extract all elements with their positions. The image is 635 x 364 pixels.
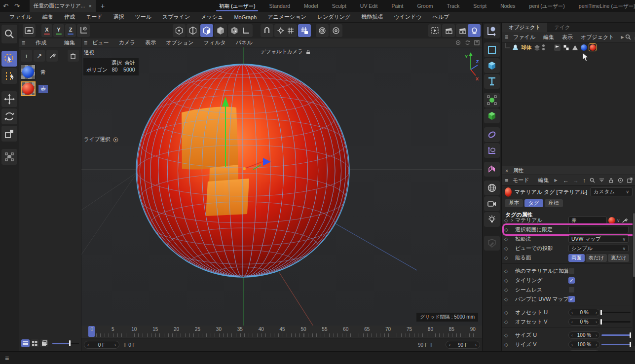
- layout-tab-Model[interactable]: Model: [297, 0, 325, 12]
- new-document-tab-button[interactable]: +: [96, 2, 110, 10]
- sphere-object-icon[interactable]: [512, 44, 519, 51]
- spin-decrement-icon[interactable]: ‹: [571, 333, 573, 338]
- current-frame-spinner[interactable]: ‹ 0 F ›: [84, 341, 119, 349]
- range-end-marker[interactable]: 90 F‖: [418, 342, 432, 348]
- material-tag-red-icon[interactable]: [589, 44, 596, 51]
- camera-label[interactable]: デフォルトカメラ: [261, 48, 311, 55]
- attr-tab-基本[interactable]: 基本: [505, 199, 523, 207]
- slider-オフセット U[interactable]: [601, 309, 631, 316]
- quantize-grid-lock-icon[interactable]: [298, 24, 311, 37]
- add-material-button[interactable]: +: [21, 50, 32, 62]
- attr-menu-モード[interactable]: モード: [508, 177, 534, 184]
- parameter-diamond-icon[interactable]: ◇: [504, 342, 511, 347]
- checkbox-他のマテリアルに加算[interactable]: [568, 268, 575, 274]
- interactive-render-icon[interactable]: [468, 24, 481, 37]
- scale-tool-button[interactable]: [1, 126, 17, 142]
- checkbox-タイリング[interactable]: ✓: [568, 277, 575, 284]
- material-link-field[interactable]: 赤: [568, 217, 607, 224]
- spinner-サイズ V[interactable]: ‹100 %›: [568, 341, 600, 348]
- cube-primitive-icon[interactable]: [484, 58, 500, 73]
- close-tab-icon[interactable]: ×: [89, 3, 92, 9]
- om-tab-オブジェクト[interactable]: オブジェクト: [502, 23, 547, 32]
- viewport-maximize-icon[interactable]: [474, 40, 480, 45]
- frame-increment-icon[interactable]: ›: [114, 342, 116, 348]
- layout-tab-Standard[interactable]: Standard: [262, 0, 297, 12]
- layout-tab-peni (ユーザー)[interactable]: peni (ユーザー): [523, 0, 572, 12]
- layer-icon[interactable]: [534, 44, 540, 51]
- material-thumbnail[interactable]: [21, 65, 36, 79]
- modeling-axis-icon[interactable]: [484, 143, 500, 158]
- layout-tab-Paint[interactable]: Paint: [384, 0, 410, 12]
- redo-icon[interactable]: ↷: [11, 2, 23, 10]
- spinner-オフセット U[interactable]: ‹0 %›: [568, 309, 600, 316]
- texture-mode-icon[interactable]: [228, 24, 241, 37]
- om-menu-オブジェクト[interactable]: オブジェクト: [577, 34, 618, 41]
- menu-ウインドウ[interactable]: ウインドウ: [388, 13, 427, 21]
- om-hamburger-icon[interactable]: ≡: [505, 34, 508, 40]
- attr-tab-座標[interactable]: 座標: [545, 199, 563, 207]
- camera-lock-icon[interactable]: [305, 49, 311, 55]
- sphere-object[interactable]: [136, 61, 349, 280]
- option-button-両面[interactable]: 両面: [568, 254, 585, 262]
- material-thumbnail[interactable]: [21, 81, 36, 96]
- edges-mode-icon[interactable]: [187, 24, 199, 37]
- material-layer-view-button[interactable]: [40, 339, 48, 347]
- menu-ヘルプ[interactable]: ヘルプ: [427, 13, 455, 21]
- viewport-menu-パネル[interactable]: パネル: [231, 39, 258, 46]
- parameter-diamond-icon[interactable]: ◇: [504, 268, 511, 274]
- spline-primitive-icon[interactable]: [484, 42, 500, 57]
- attr-forward-icon[interactable]: →: [573, 177, 579, 184]
- eyedropper-button[interactable]: [46, 50, 58, 62]
- attr-target-icon[interactable]: [618, 178, 623, 183]
- om-menu-編集[interactable]: 編集: [539, 34, 558, 41]
- parameter-diamond-icon[interactable]: ◇: [504, 296, 511, 302]
- viewport-menu-オプション[interactable]: オプション: [161, 39, 198, 46]
- layout-tab-Script[interactable]: Script: [466, 0, 493, 12]
- attr-search-icon[interactable]: [590, 178, 595, 183]
- layout-tab-peniTimeLine (ユーザー)[interactable]: peniTimeLine (ユーザー): [572, 0, 635, 12]
- visibility-dots[interactable]: [542, 44, 545, 50]
- slider-サイズ V[interactable]: [601, 341, 631, 348]
- slider-handle[interactable]: [630, 342, 631, 347]
- model-mode-icon[interactable]: [214, 24, 227, 37]
- om-menu-overflow-icon[interactable]: ▶: [619, 35, 624, 39]
- grid-toggle-icon[interactable]: [284, 24, 297, 37]
- spin-decrement-icon[interactable]: ‹: [571, 310, 573, 315]
- material-menu-作成[interactable]: 作成: [30, 39, 52, 46]
- deformer-icon[interactable]: [484, 127, 500, 142]
- viewport-canvas[interactable]: Y Z X: [81, 47, 482, 326]
- menu-ファイル[interactable]: ファイル: [4, 13, 37, 21]
- parameter-diamond-icon[interactable]: ◇: [504, 218, 511, 223]
- viewport-menu-フィルタ[interactable]: フィルタ: [199, 39, 231, 46]
- material-edit-icon-disabled[interactable]: [484, 236, 500, 251]
- range-start-marker[interactable]: ‖0 F: [124, 342, 136, 348]
- enable-axis-tool-button[interactable]: [1, 149, 17, 165]
- dropdown-投影法[interactable]: UVW マップ∨: [568, 235, 629, 243]
- menu-レンダリング[interactable]: レンダリング: [312, 13, 356, 21]
- lock-y-axis-button[interactable]: Y: [53, 24, 64, 37]
- status-hamburger-icon[interactable]: ≡: [5, 354, 9, 362]
- spin-decrement-icon[interactable]: ‹: [571, 320, 573, 325]
- material-menu-hamburger-icon[interactable]: ≡: [22, 39, 25, 46]
- end-frame-spinner[interactable]: ‹ 90 F ›: [446, 341, 480, 349]
- timeline-ruler[interactable]: 051015202530354045505560657075808590: [81, 326, 482, 338]
- menu-機能拡張[interactable]: 機能拡張: [356, 13, 388, 21]
- render-view-icon[interactable]: [428, 24, 441, 37]
- om-tab-テイク[interactable]: テイク: [547, 23, 577, 32]
- menu-編集[interactable]: 編集: [37, 13, 59, 21]
- target-rings-icon[interactable]: [316, 24, 329, 37]
- option-button-表だけ[interactable]: 表だけ: [586, 254, 607, 262]
- parameter-diamond-icon[interactable]: ◇: [504, 310, 511, 315]
- menu-ツール[interactable]: ツール: [130, 13, 157, 21]
- viewport-pin-icon[interactable]: [455, 40, 461, 45]
- phong-tag-icon[interactable]: [571, 44, 578, 51]
- rotate-tool-button[interactable]: [1, 109, 17, 124]
- undo-icon[interactable]: ↶: [0, 2, 11, 10]
- expander-icon[interactable]: >: [511, 218, 515, 223]
- menu-選択[interactable]: 選択: [108, 13, 130, 21]
- move-tool-button[interactable]: [1, 91, 17, 107]
- points-mode-icon[interactable]: [173, 24, 186, 37]
- viewport-menu-ビュー[interactable]: ビュー: [87, 39, 114, 46]
- option-button-裏だけ[interactable]: 裏だけ: [608, 254, 629, 262]
- preset-dropdown[interactable]: カスタム ∨: [590, 187, 633, 196]
